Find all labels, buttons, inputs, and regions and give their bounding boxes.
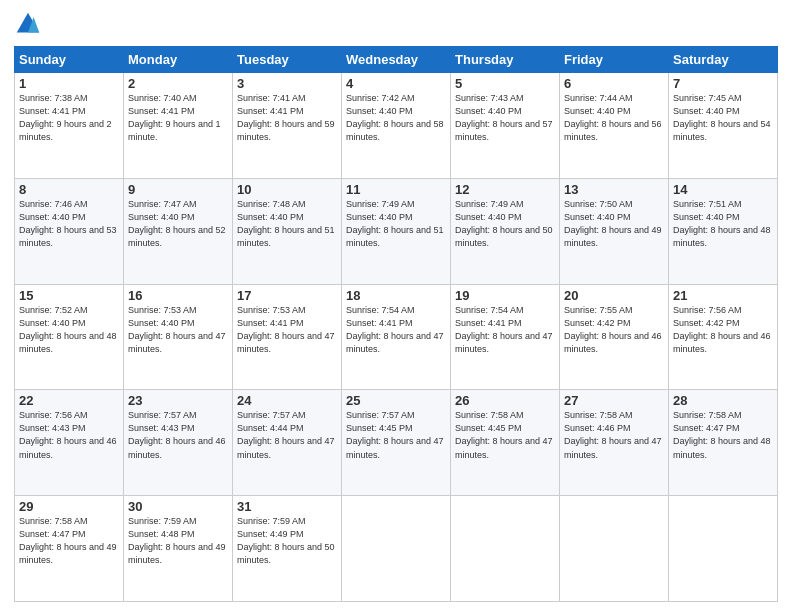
calendar-header-row: SundayMondayTuesdayWednesdayThursdayFrid… [15, 47, 778, 73]
day-info: Sunrise: 7:58 AM Sunset: 4:47 PM Dayligh… [19, 515, 119, 567]
calendar-cell: 3 Sunrise: 7:41 AM Sunset: 4:41 PM Dayli… [233, 73, 342, 179]
calendar-cell: 16 Sunrise: 7:53 AM Sunset: 4:40 PM Dayl… [124, 284, 233, 390]
col-header-monday: Monday [124, 47, 233, 73]
day-info: Sunrise: 7:44 AM Sunset: 4:40 PM Dayligh… [564, 92, 664, 144]
day-number: 5 [455, 76, 555, 91]
day-info: Sunrise: 7:52 AM Sunset: 4:40 PM Dayligh… [19, 304, 119, 356]
day-info: Sunrise: 7:58 AM Sunset: 4:47 PM Dayligh… [673, 409, 773, 461]
day-info: Sunrise: 7:51 AM Sunset: 4:40 PM Dayligh… [673, 198, 773, 250]
day-number: 28 [673, 393, 773, 408]
day-info: Sunrise: 7:56 AM Sunset: 4:42 PM Dayligh… [673, 304, 773, 356]
day-number: 16 [128, 288, 228, 303]
header [14, 10, 778, 38]
calendar-cell: 9 Sunrise: 7:47 AM Sunset: 4:40 PM Dayli… [124, 178, 233, 284]
day-info: Sunrise: 7:57 AM Sunset: 4:45 PM Dayligh… [346, 409, 446, 461]
day-number: 23 [128, 393, 228, 408]
day-number: 21 [673, 288, 773, 303]
day-info: Sunrise: 7:48 AM Sunset: 4:40 PM Dayligh… [237, 198, 337, 250]
day-number: 20 [564, 288, 664, 303]
calendar-cell: 17 Sunrise: 7:53 AM Sunset: 4:41 PM Dayl… [233, 284, 342, 390]
day-info: Sunrise: 7:54 AM Sunset: 4:41 PM Dayligh… [346, 304, 446, 356]
day-number: 19 [455, 288, 555, 303]
day-number: 17 [237, 288, 337, 303]
day-number: 24 [237, 393, 337, 408]
day-number: 9 [128, 182, 228, 197]
col-header-wednesday: Wednesday [342, 47, 451, 73]
calendar-table: SundayMondayTuesdayWednesdayThursdayFrid… [14, 46, 778, 602]
calendar-cell [451, 496, 560, 602]
calendar-cell [560, 496, 669, 602]
calendar-week-row: 29 Sunrise: 7:58 AM Sunset: 4:47 PM Dayl… [15, 496, 778, 602]
day-info: Sunrise: 7:49 AM Sunset: 4:40 PM Dayligh… [346, 198, 446, 250]
calendar-cell: 19 Sunrise: 7:54 AM Sunset: 4:41 PM Dayl… [451, 284, 560, 390]
calendar-week-row: 22 Sunrise: 7:56 AM Sunset: 4:43 PM Dayl… [15, 390, 778, 496]
calendar-cell: 6 Sunrise: 7:44 AM Sunset: 4:40 PM Dayli… [560, 73, 669, 179]
day-info: Sunrise: 7:38 AM Sunset: 4:41 PM Dayligh… [19, 92, 119, 144]
col-header-tuesday: Tuesday [233, 47, 342, 73]
calendar-cell: 10 Sunrise: 7:48 AM Sunset: 4:40 PM Dayl… [233, 178, 342, 284]
calendar-cell: 8 Sunrise: 7:46 AM Sunset: 4:40 PM Dayli… [15, 178, 124, 284]
calendar-cell: 5 Sunrise: 7:43 AM Sunset: 4:40 PM Dayli… [451, 73, 560, 179]
logo-icon [14, 10, 42, 38]
calendar-cell: 29 Sunrise: 7:58 AM Sunset: 4:47 PM Dayl… [15, 496, 124, 602]
day-number: 6 [564, 76, 664, 91]
logo [14, 10, 46, 38]
calendar-cell: 12 Sunrise: 7:49 AM Sunset: 4:40 PM Dayl… [451, 178, 560, 284]
calendar-cell: 11 Sunrise: 7:49 AM Sunset: 4:40 PM Dayl… [342, 178, 451, 284]
calendar-week-row: 8 Sunrise: 7:46 AM Sunset: 4:40 PM Dayli… [15, 178, 778, 284]
calendar-cell: 31 Sunrise: 7:59 AM Sunset: 4:49 PM Dayl… [233, 496, 342, 602]
day-number: 7 [673, 76, 773, 91]
day-number: 12 [455, 182, 555, 197]
day-info: Sunrise: 7:56 AM Sunset: 4:43 PM Dayligh… [19, 409, 119, 461]
calendar-week-row: 15 Sunrise: 7:52 AM Sunset: 4:40 PM Dayl… [15, 284, 778, 390]
col-header-friday: Friday [560, 47, 669, 73]
day-info: Sunrise: 7:57 AM Sunset: 4:43 PM Dayligh… [128, 409, 228, 461]
day-number: 27 [564, 393, 664, 408]
day-number: 13 [564, 182, 664, 197]
day-number: 25 [346, 393, 446, 408]
day-info: Sunrise: 7:53 AM Sunset: 4:41 PM Dayligh… [237, 304, 337, 356]
calendar-cell: 7 Sunrise: 7:45 AM Sunset: 4:40 PM Dayli… [669, 73, 778, 179]
day-number: 18 [346, 288, 446, 303]
calendar-cell: 27 Sunrise: 7:58 AM Sunset: 4:46 PM Dayl… [560, 390, 669, 496]
day-number: 26 [455, 393, 555, 408]
calendar-cell: 26 Sunrise: 7:58 AM Sunset: 4:45 PM Dayl… [451, 390, 560, 496]
calendar-cell: 18 Sunrise: 7:54 AM Sunset: 4:41 PM Dayl… [342, 284, 451, 390]
calendar-cell [669, 496, 778, 602]
col-header-sunday: Sunday [15, 47, 124, 73]
calendar-cell: 21 Sunrise: 7:56 AM Sunset: 4:42 PM Dayl… [669, 284, 778, 390]
day-number: 15 [19, 288, 119, 303]
day-info: Sunrise: 7:41 AM Sunset: 4:41 PM Dayligh… [237, 92, 337, 144]
day-number: 29 [19, 499, 119, 514]
day-number: 2 [128, 76, 228, 91]
day-number: 31 [237, 499, 337, 514]
calendar-cell: 23 Sunrise: 7:57 AM Sunset: 4:43 PM Dayl… [124, 390, 233, 496]
day-info: Sunrise: 7:55 AM Sunset: 4:42 PM Dayligh… [564, 304, 664, 356]
day-info: Sunrise: 7:54 AM Sunset: 4:41 PM Dayligh… [455, 304, 555, 356]
col-header-thursday: Thursday [451, 47, 560, 73]
day-info: Sunrise: 7:58 AM Sunset: 4:46 PM Dayligh… [564, 409, 664, 461]
day-info: Sunrise: 7:45 AM Sunset: 4:40 PM Dayligh… [673, 92, 773, 144]
day-info: Sunrise: 7:59 AM Sunset: 4:48 PM Dayligh… [128, 515, 228, 567]
day-info: Sunrise: 7:59 AM Sunset: 4:49 PM Dayligh… [237, 515, 337, 567]
calendar-cell: 13 Sunrise: 7:50 AM Sunset: 4:40 PM Dayl… [560, 178, 669, 284]
day-info: Sunrise: 7:46 AM Sunset: 4:40 PM Dayligh… [19, 198, 119, 250]
calendar-cell: 2 Sunrise: 7:40 AM Sunset: 4:41 PM Dayli… [124, 73, 233, 179]
day-info: Sunrise: 7:57 AM Sunset: 4:44 PM Dayligh… [237, 409, 337, 461]
day-info: Sunrise: 7:53 AM Sunset: 4:40 PM Dayligh… [128, 304, 228, 356]
day-number: 22 [19, 393, 119, 408]
day-info: Sunrise: 7:43 AM Sunset: 4:40 PM Dayligh… [455, 92, 555, 144]
day-info: Sunrise: 7:47 AM Sunset: 4:40 PM Dayligh… [128, 198, 228, 250]
day-info: Sunrise: 7:58 AM Sunset: 4:45 PM Dayligh… [455, 409, 555, 461]
calendar-cell [342, 496, 451, 602]
calendar-cell: 14 Sunrise: 7:51 AM Sunset: 4:40 PM Dayl… [669, 178, 778, 284]
day-number: 14 [673, 182, 773, 197]
day-info: Sunrise: 7:40 AM Sunset: 4:41 PM Dayligh… [128, 92, 228, 144]
page-container: SundayMondayTuesdayWednesdayThursdayFrid… [0, 0, 792, 612]
calendar-cell: 22 Sunrise: 7:56 AM Sunset: 4:43 PM Dayl… [15, 390, 124, 496]
calendar-cell: 28 Sunrise: 7:58 AM Sunset: 4:47 PM Dayl… [669, 390, 778, 496]
calendar-cell: 25 Sunrise: 7:57 AM Sunset: 4:45 PM Dayl… [342, 390, 451, 496]
day-number: 11 [346, 182, 446, 197]
day-info: Sunrise: 7:49 AM Sunset: 4:40 PM Dayligh… [455, 198, 555, 250]
day-number: 8 [19, 182, 119, 197]
